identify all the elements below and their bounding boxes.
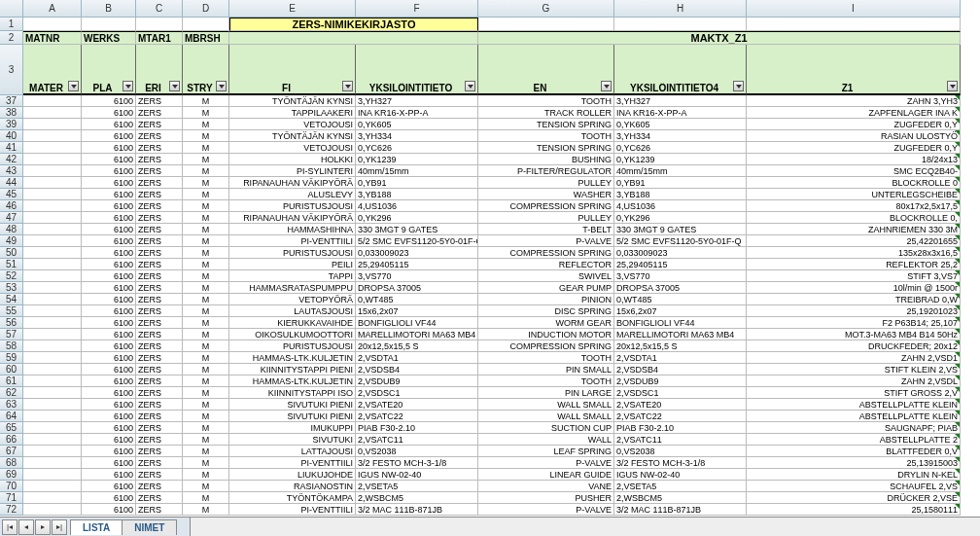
cell-h[interactable]: INA KR16-X-PP-A xyxy=(614,107,747,119)
cell-h[interactable]: 0,YK605 xyxy=(614,119,747,130)
cell-e[interactable]: RASIANOSTIN xyxy=(229,481,356,492)
cell-h[interactable]: MARELLIMOTORI MA63 MB4 xyxy=(614,329,747,340)
cell-b[interactable]: 6100 xyxy=(82,119,136,130)
col-head-I[interactable]: I xyxy=(747,0,961,18)
filter-dropdown-icon[interactable] xyxy=(169,81,180,91)
cell-e[interactable]: TYÖNTÄJÄN KYNSI xyxy=(229,95,356,107)
row-head-38[interactable]: 38 xyxy=(0,107,23,119)
cell-g[interactable]: PINION xyxy=(478,294,614,305)
cell-g[interactable]: WORM GEAR xyxy=(478,317,614,329)
cell-i[interactable]: RASIAN ULOSTYÖ xyxy=(747,130,961,142)
row-head-67[interactable]: 67 xyxy=(0,446,23,457)
cell-e[interactable]: LATTAJOUSI xyxy=(229,446,356,457)
cell-e[interactable]: VETOPYÖRÄ xyxy=(229,294,356,305)
cell-g[interactable]: WALL SMALL xyxy=(478,411,614,422)
cell-g[interactable]: WASHER xyxy=(478,189,614,200)
cell-e[interactable]: HAMMASHIHNA xyxy=(229,224,356,235)
cell-i[interactable]: 25,42201655 xyxy=(747,235,961,247)
cell-i[interactable]: DRÜCKER 2,VSE xyxy=(747,492,961,504)
row-head-48[interactable]: 48 xyxy=(0,224,23,235)
cell-i[interactable]: MOT.3-MA63 MB4 B14 50Hz xyxy=(747,329,961,340)
cell-b[interactable]: 6100 xyxy=(82,294,136,305)
row-head-2[interactable]: 2 xyxy=(0,31,23,45)
cell-d[interactable]: M xyxy=(183,177,229,189)
cell-b[interactable]: 6100 xyxy=(82,95,136,107)
cell-h[interactable]: 3/2 FESTO MCH-3-1/8 xyxy=(614,457,747,469)
row-head-56[interactable]: 56 xyxy=(0,317,23,329)
cell-d[interactable]: M xyxy=(183,492,229,504)
cell-h[interactable]: 0,YK296 xyxy=(614,212,747,224)
cell-i[interactable]: 135x28x3x16,5 xyxy=(747,247,961,259)
cell-e[interactable]: PI-VENTTIILI xyxy=(229,235,356,247)
cell-c[interactable]: ZERS xyxy=(136,329,183,340)
cell-a[interactable] xyxy=(23,317,82,329)
col-head-D[interactable]: D xyxy=(183,0,229,18)
row-head-63[interactable]: 63 xyxy=(0,399,23,411)
cell-b[interactable]: 6100 xyxy=(82,189,136,200)
cell-a[interactable] xyxy=(23,154,82,165)
cell-i[interactable]: 25,19201023 xyxy=(747,305,961,317)
cell-a[interactable] xyxy=(23,177,82,189)
filter-dropdown-icon[interactable] xyxy=(733,81,744,91)
cell-i[interactable]: 10l/min @ 1500r xyxy=(747,282,961,294)
cell-e[interactable]: LAUTASJOUSI xyxy=(229,305,356,317)
cell-g[interactable]: COMPRESSION SPRING xyxy=(478,340,614,352)
cell-a[interactable] xyxy=(23,422,82,434)
cell-b[interactable]: 6100 xyxy=(82,270,136,282)
cell-d[interactable]: M xyxy=(183,399,229,411)
row-head-62[interactable]: 62 xyxy=(0,387,23,399)
cell-b[interactable]: 6100 xyxy=(82,165,136,177)
cell-c[interactable]: ZERS xyxy=(136,399,183,411)
cell-f[interactable]: 330 3MGT 9 GATES xyxy=(356,224,478,235)
cell-i[interactable]: ZAHN 2,VSDL xyxy=(747,375,961,387)
cell-a[interactable] xyxy=(23,212,82,224)
cell-d[interactable]: M xyxy=(183,317,229,329)
cell-i[interactable]: BLOCKROLLE 0, xyxy=(747,212,961,224)
cell-g[interactable]: WALL xyxy=(478,434,614,446)
cell-h[interactable]: 5/2 SMC EVFS1120-5Y0-01F-Q xyxy=(614,235,747,247)
cell-e[interactable]: TAPPI xyxy=(229,270,356,282)
cell-f[interactable]: 2,VSETA5 xyxy=(356,481,478,492)
cell-h[interactable]: BONFIGLIOLI VF44 xyxy=(614,317,747,329)
corner[interactable] xyxy=(0,0,23,18)
cell-a[interactable] xyxy=(23,411,82,422)
cell-g[interactable]: INDUCTION MOTOR xyxy=(478,329,614,340)
cell-i[interactable]: ZAPFENLAGER INA K xyxy=(747,107,961,119)
cell-d[interactable]: M xyxy=(183,247,229,259)
cell-f[interactable]: 3,YB188 xyxy=(356,189,478,200)
row-head-61[interactable]: 61 xyxy=(0,375,23,387)
cell-b[interactable]: 6100 xyxy=(82,317,136,329)
cell-h[interactable]: 15x6,2x07 xyxy=(614,305,747,317)
row-head-54[interactable]: 54 xyxy=(0,294,23,305)
cell-i[interactable]: 25,1580111 xyxy=(747,504,961,516)
cell-g[interactable]: REFLECTOR xyxy=(478,259,614,270)
cell-h[interactable]: 2,VSDTA1 xyxy=(614,352,747,364)
cell-c[interactable]: ZERS xyxy=(136,352,183,364)
cell-a[interactable] xyxy=(23,224,82,235)
cell-a[interactable] xyxy=(23,364,82,375)
row-head-46[interactable]: 46 xyxy=(0,200,23,212)
col-head-E[interactable]: E xyxy=(229,0,356,18)
cell-b[interactable]: 6100 xyxy=(82,107,136,119)
cell-e[interactable]: LIUKUJOHDE xyxy=(229,469,356,481)
cell-e[interactable]: KIINNITYSTAPPI ISO xyxy=(229,387,356,399)
cell-e[interactable]: PI-SYLINTERI xyxy=(229,165,356,177)
cell-c[interactable]: ZERS xyxy=(136,340,183,352)
cell-f[interactable]: 5/2 SMC EVFS1120-5Y0-01F-Q xyxy=(356,235,478,247)
cell-g[interactable]: TOOTH xyxy=(478,130,614,142)
cell-i[interactable]: 18/24x13 xyxy=(747,154,961,165)
cell-i[interactable]: SAUGNAPF; PIAB xyxy=(747,422,961,434)
filter-dropdown-icon[interactable] xyxy=(465,81,475,91)
row-head-72[interactable]: 72 xyxy=(0,504,23,516)
cell-f[interactable]: 2,VSATE20 xyxy=(356,399,478,411)
cell-d[interactable]: M xyxy=(183,95,229,107)
cell-a[interactable] xyxy=(23,352,82,364)
cell-g[interactable]: P-VALVE xyxy=(478,235,614,247)
cell-d[interactable]: M xyxy=(183,282,229,294)
cell-a[interactable] xyxy=(23,282,82,294)
cell-h[interactable]: 2,VSDSB4 xyxy=(614,364,747,375)
cell-b[interactable]: 6100 xyxy=(82,200,136,212)
cell-c[interactable]: ZERS xyxy=(136,481,183,492)
cell-g[interactable]: SWIVEL xyxy=(478,270,614,282)
cell-c[interactable]: ZERS xyxy=(136,270,183,282)
